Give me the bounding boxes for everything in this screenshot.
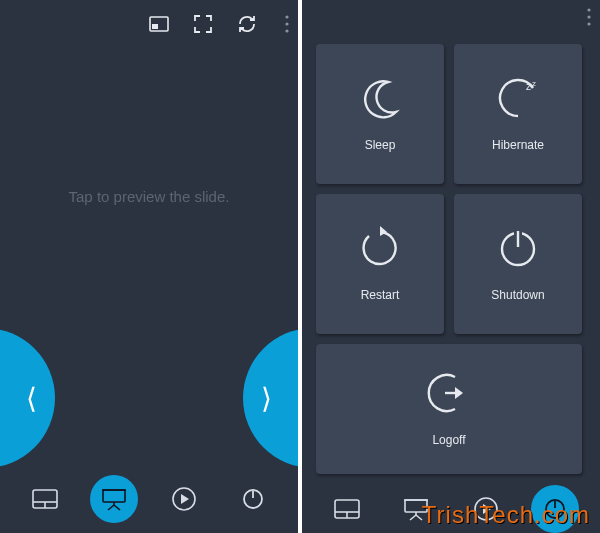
hibernate-icon: zz — [496, 76, 540, 124]
slide-preview-area[interactable]: Tap to preview the slide. ⟨ ⟩ — [0, 48, 298, 465]
tab-presentation[interactable] — [90, 475, 138, 523]
tile-label: Shutdown — [491, 288, 544, 302]
tile-hibernate[interactable]: zz Hibernate — [454, 44, 582, 184]
svg-point-3 — [285, 22, 288, 25]
svg-point-18 — [587, 16, 590, 19]
tile-sleep[interactable]: Sleep — [316, 44, 444, 184]
prev-slide-button[interactable]: ⟨ — [0, 328, 55, 468]
svg-text:z: z — [532, 79, 536, 88]
next-slide-button[interactable]: ⟩ — [243, 328, 298, 468]
power-icon — [496, 226, 540, 274]
tab-media[interactable] — [160, 475, 208, 523]
moon-icon — [358, 76, 402, 124]
svg-point-17 — [587, 9, 590, 12]
svg-point-19 — [587, 23, 590, 26]
screen-power: Sleep zz Hibernate Restart Shutdown Logo… — [302, 0, 600, 533]
svg-line-11 — [108, 505, 114, 510]
tile-label: Restart — [361, 288, 400, 302]
svg-point-2 — [285, 15, 288, 18]
svg-rect-8 — [103, 490, 125, 502]
chevron-right-icon: ⟩ — [261, 382, 272, 415]
refresh-icon[interactable] — [236, 13, 258, 35]
top-toolbar — [0, 0, 298, 48]
restart-icon — [358, 226, 402, 274]
svg-text:z: z — [526, 81, 531, 92]
tab-touchpad[interactable] — [323, 485, 371, 533]
preview-hint-text: Tap to preview the slide. — [69, 188, 230, 205]
svg-line-12 — [114, 505, 120, 510]
tile-label: Logoff — [432, 433, 465, 447]
tile-label: Sleep — [365, 138, 396, 152]
power-tile-grid: Sleep zz Hibernate Restart Shutdown Logo… — [302, 34, 600, 484]
svg-point-4 — [285, 29, 288, 32]
tile-logoff[interactable]: Logoff — [316, 344, 582, 474]
bottom-tabbar — [0, 465, 298, 533]
logoff-icon — [427, 371, 471, 419]
overflow-menu-icon[interactable] — [280, 13, 294, 35]
pip-icon[interactable] — [148, 13, 170, 35]
top-toolbar-right — [302, 0, 600, 34]
screen-presentation: Tap to preview the slide. ⟨ ⟩ — [0, 0, 298, 533]
tab-touchpad[interactable] — [21, 475, 69, 523]
chevron-left-icon: ⟨ — [26, 382, 37, 415]
tile-shutdown[interactable]: Shutdown — [454, 194, 582, 334]
overflow-menu-icon[interactable] — [582, 6, 596, 28]
fullscreen-icon[interactable] — [192, 13, 214, 35]
svg-rect-1 — [152, 24, 158, 29]
tab-power[interactable] — [229, 475, 277, 523]
watermark: TrishTech.com — [422, 501, 590, 529]
svg-line-32 — [410, 515, 416, 520]
tile-label: Hibernate — [492, 138, 544, 152]
tile-restart[interactable]: Restart — [316, 194, 444, 334]
